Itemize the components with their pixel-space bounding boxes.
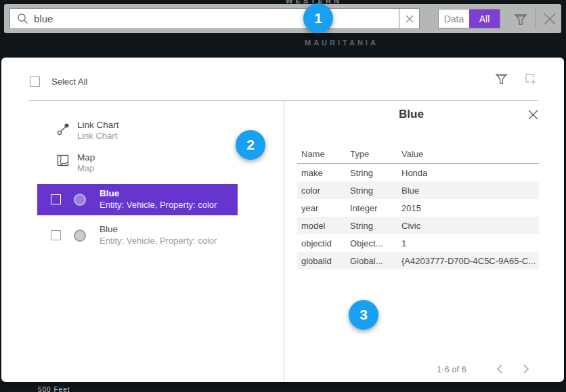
cell-type: Global... bbox=[350, 256, 401, 266]
panel-filter-button[interactable] bbox=[494, 72, 508, 89]
search-icon bbox=[17, 13, 28, 24]
clear-search-button[interactable] bbox=[399, 8, 420, 29]
data-all-toggle[interactable]: Data All bbox=[438, 9, 500, 28]
search-overlay-screen: { "map": { "region_label_top": "WESTERN"… bbox=[0, 0, 566, 392]
table-row: make String Honda bbox=[297, 164, 539, 181]
row-checkbox[interactable] bbox=[51, 230, 61, 240]
entity-circle-icon bbox=[74, 230, 86, 242]
cell-type: String bbox=[350, 221, 401, 231]
toolbar-filter-button[interactable] bbox=[513, 12, 528, 30]
toolbar-divider bbox=[535, 9, 536, 28]
result-subtitle: Entity: Vehicle, Property: color bbox=[100, 200, 217, 210]
column-header-name: Name bbox=[297, 149, 350, 159]
cell-value: Blue bbox=[401, 186, 539, 196]
column-header-value: Value bbox=[401, 149, 539, 159]
detail-close-button[interactable] bbox=[527, 109, 539, 123]
pagination-prev-button[interactable] bbox=[491, 361, 507, 377]
entity-circle-icon bbox=[74, 194, 86, 206]
toggle-option-data[interactable]: Data bbox=[439, 9, 469, 28]
close-icon bbox=[527, 109, 539, 121]
attribute-table-header: Name Type Value bbox=[297, 144, 539, 164]
close-icon bbox=[542, 11, 558, 27]
add-to-selection-button[interactable] bbox=[523, 71, 538, 89]
table-row: year Integer 2015 bbox=[297, 199, 539, 217]
cell-value: {A4203777-D70D-4C5C-9A65-C... bbox=[401, 256, 539, 266]
cell-value: 2015 bbox=[401, 203, 539, 213]
cell-type: String bbox=[350, 186, 401, 196]
add-selection-icon bbox=[523, 71, 538, 87]
cell-value: 1 bbox=[401, 238, 539, 248]
select-all-checkbox[interactable] bbox=[30, 77, 40, 87]
clear-icon bbox=[406, 15, 414, 23]
result-link-chart-title[interactable]: Link Chart bbox=[77, 120, 119, 130]
cell-type: Object... bbox=[350, 238, 401, 248]
search-toolbar: blue Data All bbox=[4, 4, 561, 33]
result-row-blue-selected[interactable]: Blue Entity: Vehicle, Property: color bbox=[37, 184, 238, 215]
filter-funnel-icon bbox=[513, 12, 528, 27]
panel-divider bbox=[284, 101, 284, 382]
cell-name: make bbox=[297, 168, 350, 178]
table-row: model String Civic bbox=[297, 217, 539, 234]
annotation-badge-2: 2 bbox=[236, 130, 265, 160]
map-scale-label: 500 Feet bbox=[38, 386, 70, 392]
link-chart-icon bbox=[57, 123, 70, 138]
table-row: color String Blue bbox=[297, 181, 539, 199]
attribute-table: Name Type Value make String Honda color … bbox=[297, 144, 539, 269]
result-map-subtitle: Map bbox=[77, 163, 94, 173]
result-map-title[interactable]: Map bbox=[77, 152, 95, 162]
cell-value: Honda bbox=[401, 168, 539, 178]
cell-type: String bbox=[350, 168, 401, 178]
cell-name: globalid bbox=[297, 256, 350, 266]
annotation-badge-1: 1 bbox=[303, 3, 333, 33]
map-region-label-mauritania: MAURITANIA bbox=[305, 39, 378, 47]
cell-name: year bbox=[297, 203, 350, 213]
column-header-type: Type bbox=[350, 149, 401, 159]
map-icon bbox=[57, 154, 69, 169]
close-search-button[interactable] bbox=[542, 11, 558, 30]
chevron-right-icon bbox=[523, 364, 529, 374]
cell-name: objectid bbox=[297, 238, 350, 248]
result-title: Blue bbox=[100, 188, 119, 198]
result-row-blue[interactable]: Blue Entity: Vehicle, Property: color bbox=[37, 220, 238, 251]
search-input[interactable]: blue bbox=[9, 8, 399, 29]
result-title: Blue bbox=[100, 224, 118, 234]
chevron-left-icon bbox=[496, 364, 502, 374]
result-link-chart-subtitle: Link Chart bbox=[77, 131, 117, 141]
pagination-next-button[interactable] bbox=[518, 361, 534, 377]
annotation-badge-3: 3 bbox=[349, 300, 378, 330]
cell-name: model bbox=[297, 221, 350, 231]
cell-value: Civic bbox=[401, 221, 539, 231]
toggle-option-all[interactable]: All bbox=[469, 9, 500, 28]
cell-name: color bbox=[297, 186, 350, 196]
cell-type: Integer bbox=[350, 203, 401, 213]
detail-title: Blue bbox=[284, 108, 539, 121]
table-row: objectid Object... 1 bbox=[297, 234, 539, 252]
pagination-range-label: 1-6 of 6 bbox=[408, 364, 496, 374]
table-row: globalid Global... {A4203777-D70D-4C5C-9… bbox=[297, 252, 539, 269]
search-query-text: blue bbox=[34, 13, 53, 24]
result-subtitle: Entity: Vehicle, Property: color bbox=[100, 236, 217, 246]
search-results-dialog: Select All Link Chart Link Chart Map Map… bbox=[1, 58, 564, 382]
filter-funnel-icon bbox=[494, 72, 508, 86]
select-all-label: Select All bbox=[51, 77, 87, 87]
row-checkbox[interactable] bbox=[51, 194, 61, 204]
